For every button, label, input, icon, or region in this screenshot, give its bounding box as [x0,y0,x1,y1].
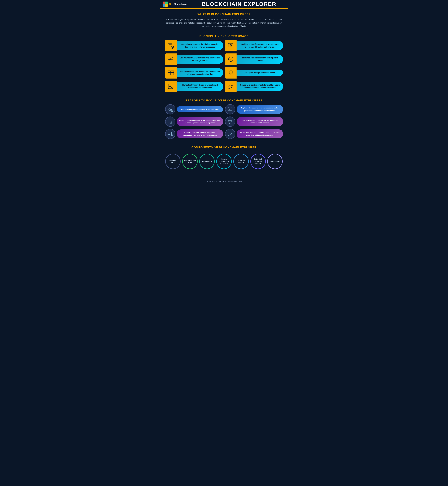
component-circle-2: Estimated Hash Rate [182,154,198,169]
usage-text-8: Serves as exceptional tools for enabling… [239,84,280,89]
svg-point-41 [170,122,172,124]
reason-bubble-2: Explains discrepancies in transactions u… [237,105,283,114]
svg-line-33 [173,111,173,112]
usage-icon-5 [165,67,177,78]
svg-rect-25 [169,86,171,87]
developer-features-icon [227,119,233,125]
svg-rect-34 [228,108,232,110]
component-label-5: Transaction Volume [235,159,247,164]
components-title: COMPONENTS OF BLOCKCHAIN EXPLORER [165,146,283,149]
divider-3 [165,143,283,143]
usage-item-5: Features capabilities that enable identi… [165,67,223,78]
what-description: It is a search engine for a particular b… [165,18,283,28]
reason-icon-2 [225,104,235,114]
component-label-3: Mempool Size [202,160,212,162]
fees-view-icon [227,42,234,49]
svg-point-12 [228,57,233,62]
reason-bubble-4: Help developers in identifying the addit… [237,117,283,126]
usage-item-3: Can view the transaction receiving addre… [165,54,223,65]
component-circle-6: Estimated Transaction Volume [250,154,266,169]
reason-icon-3 [165,117,175,127]
investment-tool-icon [227,131,233,137]
usage-icon-7 [165,81,177,92]
reason-icon-5 [165,129,175,139]
reason-text-4: Help developers in identifying the addit… [239,119,280,124]
usage-item-6: Navigates through orphaned blocks [225,67,283,78]
usage-bubble-8: Serves as exceptional tools for enabling… [237,82,283,91]
reason-text-5: Supports checking whether a delivered tr… [179,131,221,136]
what-title: WHAT IS BLOCKCHAIN EXPLORER? [165,13,283,16]
usage-item-4: Identifies stale blocks with verified pa… [225,54,283,65]
verified-blocks-icon [227,56,234,63]
orphaned-blocks-icon [227,70,234,76]
reason-text-1: Can offer considerable levels of transpa… [179,108,221,110]
svg-point-31 [170,109,171,110]
reason-item-4: Help developers in identifying the addit… [225,117,283,127]
usage-bubble-7: Navigates through details of unconfirmed… [177,82,223,91]
usage-section: BLOCKCHAIN EXPLORER USAGE Can help you n… [165,35,283,92]
usage-item-1: Can help you navigate the whole transact… [165,40,223,51]
svg-rect-24 [169,86,171,86]
usage-item-7: Navigates through details of unconfirmed… [165,81,223,92]
component-label-2: Estimated Hash Rate [184,159,196,164]
usage-text-4: Identifies stale blocks with verified pa… [239,56,280,62]
usage-bubble-3: Can view the transaction receiving addre… [177,55,223,64]
component-label-7: Latest Blocks [270,160,280,162]
components-circles-container: Historical Prices Estimated Hash Rate Me… [165,151,283,172]
component-label-4: Recent Transactions (24 Hours) [218,158,230,165]
svg-rect-15 [168,73,171,75]
right-address-icon [168,131,173,137]
usage-text-6: Navigates through orphaned blocks [239,71,280,74]
usage-bubble-6: Navigates through orphaned blocks [237,70,283,76]
usage-text-2: Enables to view fees related to transact… [239,43,280,48]
largest-tx-icon [168,70,174,76]
component-circle-7: Latest Blocks [267,154,283,169]
reason-bubble-5: Supports checking whether a delivered tr… [177,129,223,138]
logo-area: 101 Blockchains [160,0,190,8]
reason-icon-4 [225,117,235,127]
component-circle-5: Transaction Volume [233,154,249,169]
svg-point-44 [228,120,229,120]
reason-text-3: Helps in verifying validity of a wallet … [179,119,221,124]
page-footer: CREATED BY 101BLOCKCHAINS.COM [160,178,288,184]
what-section: WHAT IS BLOCKCHAIN EXPLORER? It is a sea… [165,13,283,28]
svg-rect-16 [171,73,174,75]
svg-point-10 [172,58,173,59]
reasons-section: REASONS TO FOCUS ON BLOCKCHAIN EXPLORERS… [165,99,283,139]
usage-text-1: Can help you navigate the whole transact… [179,43,221,48]
svg-rect-38 [168,120,172,123]
reason-bubble-1: Can offer considerable levels of transpa… [177,106,223,112]
reasons-title: REASONS TO FOCUS ON BLOCKCHAIN EXPLORERS [165,99,283,102]
usage-icon-6 [225,67,237,78]
component-label-6: Estimated Transaction Volume [252,158,264,165]
reason-item-5: Supports checking whether a delivered tr… [165,129,223,139]
usage-icon-8: x2 [225,81,237,92]
reason-bubble-6: Serves as a promising tool for making a … [237,129,283,138]
component-circle-1: Historical Prices [165,154,181,169]
page-header: 101 Blockchains BLOCKCHAIN EXPLORER [160,0,288,9]
discrepancy-icon [227,107,233,112]
divider-2 [165,96,283,96]
svg-point-32 [171,110,173,112]
usage-icon-1 [165,40,177,51]
svg-rect-23 [169,85,172,85]
unconfirmed-tx-icon [168,83,174,90]
svg-point-7 [231,45,231,45]
logo-sq-blue [163,4,165,7]
svg-rect-1 [168,44,172,45]
usage-icon-2 [225,40,237,51]
svg-text:x2: x2 [230,86,232,88]
logo-sq-yellow [165,4,168,7]
svg-rect-13 [168,71,171,72]
svg-rect-2 [168,45,171,45]
logo-icon [163,1,168,7]
logo-sq-red [163,1,165,4]
usage-icon-4 [225,54,237,65]
reason-bubble-3: Helps in verifying validity of a wallet … [177,117,223,126]
divider-1 [165,31,283,32]
reason-item-1: Can offer considerable levels of transpa… [165,104,223,114]
page-title: BLOCKCHAIN EXPLORER [202,1,276,7]
usage-text-5: Features capabilities that enable identi… [179,70,221,75]
svg-point-45 [229,120,230,120]
reason-item-3: Helps in verifying validity of a wallet … [165,117,223,127]
